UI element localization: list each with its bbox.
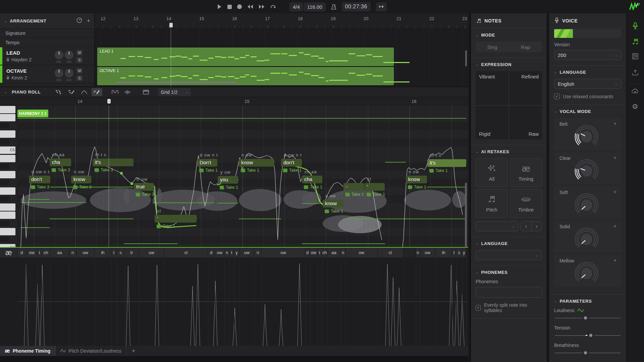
take-badge[interactable]: Take 1 [429, 168, 448, 173]
voice-avatar-row[interactable] [549, 29, 626, 38]
piano-roll-scrollbar[interactable] [465, 183, 467, 247]
take-badge[interactable]: Take 1 [220, 185, 238, 190]
note[interactable]: it's [427, 159, 466, 167]
chevron-down-icon[interactable]: ⌄ [476, 150, 478, 154]
note-phoneme-label[interactable]: cl [157, 208, 161, 214]
take-badge[interactable]: Take 1 [367, 192, 385, 197]
phoneme-segment[interactable]: n [416, 248, 420, 257]
play-button[interactable] [217, 4, 222, 9]
arrangement-clips-area[interactable]: LEAD 1 OCTAVE 1 [95, 28, 468, 86]
add-automation-button[interactable]: + [613, 223, 616, 229]
pitch-control-point[interactable] [120, 172, 123, 175]
voice-language-select[interactable]: English⌄ [554, 79, 621, 89]
retake-pitch-button[interactable]: ♬ Pitch [476, 189, 508, 218]
split-syllables-checkbox[interactable]: ✓ Evenly split note into syllables [476, 302, 542, 313]
piano-roll-ruler[interactable]: 141516 [0, 97, 468, 106]
note-phoneme-label[interactable]: d ow n t [200, 153, 218, 158]
take-badge[interactable]: Take 1 [283, 168, 302, 173]
chevron-down-icon[interactable]: ⌄ [554, 110, 557, 113]
phoneme-timing-spike[interactable] [279, 309, 283, 346]
phoneme-timing-spike[interactable] [397, 288, 401, 346]
note-phoneme-label[interactable]: n ow [74, 169, 84, 174]
track-pan-knob[interactable] [65, 69, 73, 77]
note[interactable]: don't [29, 176, 50, 183]
phoneme-timing-spike[interactable] [213, 281, 217, 346]
phoneme-segment[interactable]: ow [76, 248, 95, 257]
harmony-clip-tag[interactable]: HARMONY 1 1 [17, 110, 48, 117]
piano-key-white[interactable] [0, 171, 15, 178]
track-lead[interactable]: LEAD Hayden 2 M S [0, 47, 94, 65]
note[interactable]: you [218, 176, 238, 184]
piano-key-black[interactable] [0, 139, 9, 144]
add-automation-button[interactable]: + [613, 257, 616, 263]
pitch-curve-view-button[interactable] [110, 88, 120, 96]
track-pan-knob[interactable] [65, 51, 73, 59]
phoneme-segment[interactable]: ow [262, 248, 305, 257]
take-badge[interactable]: Take 1 [241, 168, 259, 173]
piano-key-white[interactable] [0, 106, 15, 113]
retake-timing-button[interactable]: æ Timing [510, 158, 542, 187]
track-volume-knob[interactable] [55, 51, 63, 59]
retake-prev-button[interactable]: ‹ [521, 222, 532, 231]
piano-key-white[interactable] [0, 155, 15, 162]
note[interactable]: ' [365, 183, 385, 191]
takes-view-button[interactable] [141, 88, 151, 96]
note-phoneme-label[interactable]: ih t s [430, 153, 441, 158]
slider-thumb[interactable] [582, 315, 589, 321]
ruler-bar-number[interactable]: 21 [396, 16, 401, 21]
take-badge[interactable]: Take 3 [52, 168, 70, 172]
note[interactable]: - [343, 183, 364, 191]
draw-tool-button[interactable] [66, 88, 77, 96]
arrangement-scrollbar[interactable] [465, 50, 467, 66]
phoneme-segment[interactable] [403, 248, 416, 257]
phoneme-segment[interactable]: n [254, 248, 262, 257]
retake-next-button[interactable]: › [532, 222, 542, 231]
phoneme-segment[interactable]: ch [42, 248, 50, 257]
take-badge[interactable]: Take 3 [73, 185, 92, 189]
slider-thumb[interactable] [588, 332, 594, 339]
piano-key-black[interactable] [0, 164, 9, 169]
version-select[interactable]: 200⌄ [554, 50, 621, 60]
note[interactable]: know [406, 176, 427, 183]
take-badge[interactable]: Take 1 [325, 209, 343, 214]
tab-phoneme-timing[interactable]: æ Phoneme Timing [0, 346, 55, 356]
phoneme-timing-spike[interactable] [40, 265, 44, 346]
note-phoneme-label[interactable]: n ow [325, 193, 336, 198]
grid-size-select[interactable]: Grid 1/2 ⌄ [158, 88, 191, 96]
signature-row[interactable]: Signature [0, 28, 94, 38]
playhead-marker[interactable] [169, 23, 173, 27]
tempo-row[interactable]: Tempo [0, 38, 94, 47]
phoneme-segment[interactable]: t [229, 248, 234, 257]
phoneme-segment[interactable]: ow [215, 248, 225, 257]
mute-button[interactable]: M [76, 50, 83, 55]
note-phoneme-label[interactable]: n ow [409, 169, 419, 174]
piano-key-white[interactable] [0, 203, 15, 211]
phoneme-timing-spike[interactable] [385, 264, 389, 346]
stop-button[interactable] [227, 5, 232, 9]
phoneme-timing-spike[interactable] [126, 266, 130, 346]
phoneme-segment[interactable]: d [17, 248, 26, 257]
phoneme-segment[interactable]: y [462, 248, 466, 257]
add-automation-button[interactable]: + [613, 189, 616, 195]
time-display[interactable]: 00:27:36 [342, 2, 371, 11]
vocal-mode-knob[interactable] [573, 192, 600, 219]
phoneme-segment[interactable]: d [305, 248, 310, 257]
solo-button[interactable]: S [76, 57, 83, 63]
select-tool-button[interactable] [53, 88, 64, 96]
note-phoneme-label[interactable]: d ow n t [32, 169, 50, 174]
rewind-button[interactable] [247, 4, 253, 9]
tab-pitch-deviation[interactable]: Pitch Deviation/Loudness [55, 346, 126, 356]
expression-xy-pad[interactable]: Vibrant Refined Rigid Raw [476, 71, 542, 139]
piano-key-black[interactable] [0, 237, 9, 242]
phoneme-segment[interactable]: t [38, 248, 42, 257]
note-language-select[interactable]: ⌄ [476, 250, 542, 260]
ruler-bar-number[interactable]: 12 [101, 16, 105, 21]
parameter-slider[interactable] [555, 318, 621, 318]
phoneme-timing-spike[interactable] [391, 278, 395, 346]
retake-select[interactable]: ⌄ [476, 221, 519, 231]
piano-key-white[interactable] [0, 212, 15, 219]
track-voice[interactable]: Kevin 2 [6, 75, 27, 80]
loop-button[interactable] [270, 4, 276, 9]
loudness-view-button[interactable] [122, 88, 133, 96]
pitch-draw-tool-button[interactable] [92, 88, 102, 96]
